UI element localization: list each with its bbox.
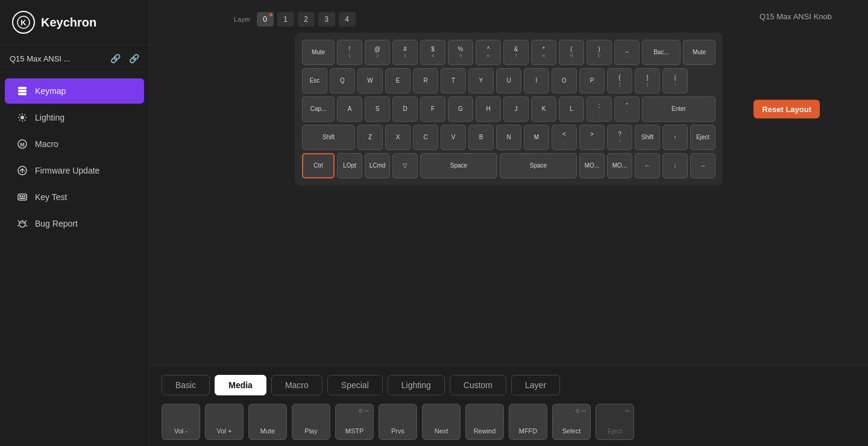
media-key-eject[interactable]: ✂ Eject bbox=[596, 404, 634, 440]
key-eject[interactable]: Eject bbox=[690, 125, 715, 150]
tab-custom[interactable]: Custom bbox=[450, 375, 506, 395]
media-key-mute[interactable]: Mute bbox=[248, 404, 287, 440]
tab-media[interactable]: Media bbox=[215, 375, 266, 395]
key-0[interactable]: )0 bbox=[587, 40, 612, 65]
tab-lighting[interactable]: Lighting bbox=[388, 375, 445, 395]
key-backslash[interactable]: |\ bbox=[662, 68, 688, 93]
key-mute-top[interactable]: Mute bbox=[302, 40, 335, 65]
key-quote[interactable]: "' bbox=[614, 96, 640, 122]
key-w[interactable]: W bbox=[357, 68, 383, 93]
key-7[interactable]: &7 bbox=[503, 40, 529, 65]
sidebar-item-firmware[interactable]: Firmware Update bbox=[5, 158, 144, 183]
media-key-prvs[interactable]: Prvs bbox=[379, 404, 417, 440]
key-space-left[interactable]: Space bbox=[420, 153, 497, 178]
key-5[interactable]: %5 bbox=[448, 40, 473, 65]
tab-basic[interactable]: Basic bbox=[162, 375, 210, 395]
key-rbracket[interactable]: }] bbox=[635, 68, 660, 93]
device-link-icon[interactable]: 🔗 bbox=[110, 54, 121, 63]
sidebar-item-keymap[interactable]: Keymap bbox=[5, 78, 144, 104]
key-1[interactable]: !1 bbox=[337, 40, 362, 65]
media-key-mute-label: Mute bbox=[260, 427, 275, 435]
key-t[interactable]: T bbox=[441, 68, 466, 93]
layer-btn-2[interactable]: 2 bbox=[298, 12, 315, 27]
sidebar-item-macro[interactable]: M Macro bbox=[5, 131, 144, 157]
key-m[interactable]: M bbox=[524, 125, 549, 150]
key-k[interactable]: K bbox=[531, 96, 556, 122]
key-q[interactable]: Q bbox=[330, 68, 355, 93]
key-u[interactable]: U bbox=[496, 68, 521, 93]
key-lbracket[interactable]: {[ bbox=[607, 68, 632, 93]
layer-btn-0[interactable]: 0 bbox=[257, 12, 274, 27]
key-h[interactable]: H bbox=[476, 96, 501, 122]
sidebar-item-lighting[interactable]: Lighting bbox=[5, 105, 144, 130]
key-capslock[interactable]: Cap... bbox=[302, 96, 335, 122]
key-v[interactable]: V bbox=[441, 125, 466, 150]
media-key-rewind[interactable]: Rewind bbox=[465, 404, 504, 440]
key-l[interactable]: L bbox=[559, 96, 584, 122]
key-c[interactable]: C bbox=[413, 125, 438, 150]
key-4[interactable]: $4 bbox=[420, 40, 445, 65]
key-d[interactable]: D bbox=[392, 96, 418, 122]
media-key-vol-down[interactable]: Vol - bbox=[162, 404, 200, 440]
sidebar-item-keytest[interactable]: Key Test bbox=[5, 184, 144, 210]
sidebar-item-bugreport[interactable]: Bug Report bbox=[5, 211, 144, 236]
tab-layer[interactable]: Layer bbox=[511, 375, 560, 395]
media-key-select[interactable]: ⚙ ✂ Select bbox=[552, 404, 591, 440]
key-2[interactable]: @2 bbox=[365, 40, 390, 65]
tab-special[interactable]: Special bbox=[327, 375, 383, 395]
key-ctrl[interactable]: Ctrl bbox=[302, 153, 335, 178]
key-mute-right[interactable]: Mute bbox=[683, 40, 715, 65]
device-copy-icon[interactable]: 🔗 bbox=[129, 54, 139, 63]
key-comma[interactable]: <, bbox=[552, 125, 577, 150]
key-lcmd[interactable]: LCmd bbox=[365, 153, 390, 178]
key-g[interactable]: G bbox=[448, 96, 473, 122]
key-space-right[interactable]: Space bbox=[500, 153, 577, 178]
key-e[interactable]: E bbox=[385, 68, 410, 93]
key-fn[interactable]: ▽ bbox=[392, 153, 418, 178]
key-f[interactable]: F bbox=[420, 96, 445, 122]
key-right[interactable]: → bbox=[690, 153, 715, 178]
key-mo1[interactable]: MO... bbox=[579, 153, 605, 178]
key-rshift[interactable]: Shift bbox=[635, 125, 660, 150]
key-n[interactable]: N bbox=[496, 125, 521, 150]
key-8[interactable]: *8 bbox=[531, 40, 556, 65]
media-key-play[interactable]: Play bbox=[292, 404, 330, 440]
media-key-vol-up[interactable]: Vol + bbox=[205, 404, 244, 440]
key-b[interactable]: B bbox=[468, 125, 494, 150]
tab-macro[interactable]: Macro bbox=[271, 375, 322, 395]
key-a[interactable]: A bbox=[337, 96, 362, 122]
key-up[interactable]: ↑ bbox=[662, 125, 688, 150]
media-key-mffd[interactable]: MFFD bbox=[509, 404, 547, 440]
key-6[interactable]: ^6 bbox=[476, 40, 501, 65]
key-mo2[interactable]: MO... bbox=[607, 153, 632, 178]
key-z[interactable]: Z bbox=[357, 125, 383, 150]
layer-btn-4[interactable]: 4 bbox=[339, 12, 356, 27]
key-i[interactable]: I bbox=[524, 68, 549, 93]
key-slash[interactable]: ?/ bbox=[607, 125, 632, 150]
key-backspace[interactable]: Bac... bbox=[642, 40, 681, 65]
key-r[interactable]: R bbox=[413, 68, 438, 93]
key-9[interactable]: (9 bbox=[559, 40, 584, 65]
key-p[interactable]: P bbox=[579, 68, 605, 93]
key-s[interactable]: S bbox=[365, 96, 390, 122]
key-j[interactable]: J bbox=[503, 96, 529, 122]
key-enter[interactable]: Enter bbox=[642, 96, 715, 122]
key-semicolon[interactable]: :; bbox=[587, 96, 612, 122]
media-key-next[interactable]: Next bbox=[422, 404, 461, 440]
key-esc[interactable]: Esc bbox=[302, 68, 327, 93]
media-key-mstp[interactable]: ⚙ ✂ MSTP bbox=[335, 404, 374, 440]
layer-btn-1[interactable]: 1 bbox=[277, 12, 294, 27]
key-lshift[interactable]: Shift bbox=[302, 125, 355, 150]
bugreport-label: Bug Report bbox=[35, 219, 78, 228]
key-x[interactable]: X bbox=[385, 125, 410, 150]
key-o[interactable]: O bbox=[552, 68, 577, 93]
reset-layout-button[interactable]: Reset Layout bbox=[753, 100, 820, 119]
key-left[interactable]: ← bbox=[635, 153, 660, 178]
key-down[interactable]: ↓ bbox=[662, 153, 688, 178]
key-period[interactable]: >. bbox=[579, 125, 605, 150]
layer-btn-3[interactable]: 3 bbox=[318, 12, 335, 27]
key-y[interactable]: Y bbox=[468, 68, 494, 93]
key-3[interactable]: #3 bbox=[392, 40, 418, 65]
key-lopt[interactable]: LOpt bbox=[337, 153, 362, 178]
key-minus[interactable]: _- bbox=[614, 40, 640, 65]
